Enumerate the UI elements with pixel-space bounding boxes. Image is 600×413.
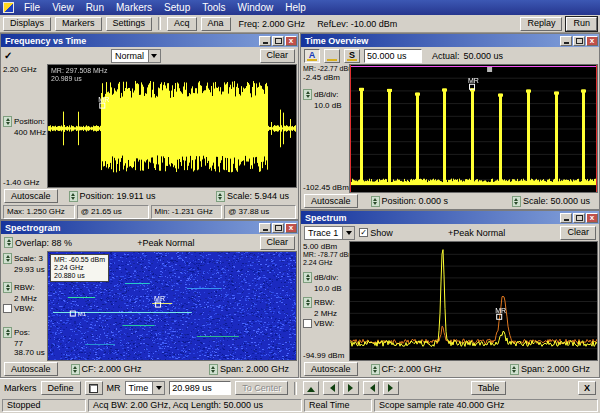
define-markers-button[interactable]: Define bbox=[41, 381, 81, 395]
increment-icon[interactable] bbox=[3, 327, 12, 338]
marker-select-button[interactable] bbox=[85, 381, 103, 395]
menu-view[interactable]: View bbox=[46, 1, 80, 14]
sp-clear-button[interactable]: Clear bbox=[560, 226, 596, 240]
sp-detection-select[interactable]: +Peak Normal bbox=[448, 228, 505, 238]
vbw-checkbox[interactable] bbox=[303, 319, 312, 328]
sg-clear-button[interactable]: Clear bbox=[260, 236, 296, 250]
marker-table-button[interactable]: Table bbox=[471, 381, 507, 395]
run-button[interactable]: Run bbox=[566, 17, 597, 31]
sp-autoscale-button[interactable]: Autoscale bbox=[304, 362, 358, 376]
sg-scale-control[interactable]: Scale: 3 bbox=[3, 253, 47, 264]
increment-icon[interactable] bbox=[303, 297, 312, 308]
sp-vbw-control[interactable]: VBW: bbox=[303, 319, 349, 328]
fvt-plot-area[interactable]: MR: 297.508 MHz 20.989 us bbox=[47, 64, 297, 188]
frequency-vs-time-titlebar[interactable]: Frequency vs Time x bbox=[1, 34, 298, 47]
minimize-button[interactable] bbox=[259, 223, 271, 233]
sp-span-control[interactable]: Span: 2.000 GHz bbox=[510, 364, 590, 375]
analysis-length-input[interactable] bbox=[364, 49, 422, 63]
sg-cf-control[interactable]: CF: 2.000 GHz bbox=[71, 364, 142, 375]
spectrogram-titlebar[interactable]: Spectrogram x bbox=[1, 221, 298, 234]
menu-setup[interactable]: Setup bbox=[158, 1, 196, 14]
sp-rbw-value[interactable]: 2 MHz bbox=[303, 309, 349, 318]
fvt-trace-mode-select[interactable]: Normal bbox=[111, 49, 161, 63]
sp-plot-area[interactable] bbox=[349, 241, 598, 361]
freq-readout[interactable]: Freq: 2.000 GHz bbox=[235, 19, 310, 29]
spectrum-trace-canvas[interactable] bbox=[350, 242, 597, 360]
menu-file[interactable]: File bbox=[18, 1, 46, 14]
sp-dbdiv-control[interactable]: dB/div: bbox=[303, 272, 349, 283]
increment-icon[interactable] bbox=[303, 272, 312, 283]
maximize-button[interactable] bbox=[272, 223, 284, 233]
increment-icon[interactable] bbox=[209, 364, 218, 375]
marker-domain-select[interactable]: Time bbox=[125, 381, 166, 395]
to-x-position-control[interactable]: Position: 0.000 s bbox=[371, 196, 449, 207]
next-peak-left-button[interactable] bbox=[323, 381, 339, 395]
acq-button[interactable]: Acq bbox=[167, 17, 197, 31]
increment-icon[interactable] bbox=[371, 364, 380, 375]
increment-icon[interactable] bbox=[3, 282, 12, 293]
analysis-length-button[interactable] bbox=[324, 49, 340, 63]
peak-search-button[interactable] bbox=[303, 381, 319, 395]
vbw-checkbox[interactable] bbox=[3, 304, 12, 313]
close-button[interactable]: x bbox=[586, 213, 598, 223]
menu-markers[interactable]: Markers bbox=[110, 1, 158, 14]
sg-vbw-control[interactable]: VBW: bbox=[3, 304, 47, 313]
menu-help[interactable]: Help bbox=[279, 1, 312, 14]
sg-span-control[interactable]: Span: 2.000 GHz bbox=[209, 364, 289, 375]
minimize-button[interactable] bbox=[259, 36, 271, 46]
frequency-vs-time-trace-canvas[interactable] bbox=[48, 65, 296, 187]
analysis-time-button[interactable]: A bbox=[304, 49, 320, 63]
fvt-position-value[interactable]: 400 MHz bbox=[3, 128, 47, 137]
sg-pos-control[interactable]: Pos: bbox=[3, 327, 47, 338]
show-checkbox[interactable]: ✓ bbox=[359, 228, 368, 237]
menu-tools[interactable]: Tools bbox=[196, 1, 231, 14]
ana-button[interactable]: Ana bbox=[201, 17, 231, 31]
jump-left-button[interactable] bbox=[363, 381, 379, 395]
to-center-button[interactable]: To Center bbox=[235, 381, 288, 395]
close-button[interactable]: x bbox=[285, 36, 297, 46]
time-overview-trace-canvas[interactable] bbox=[350, 65, 597, 192]
sg-overlap-control[interactable]: Overlap: 88 % bbox=[4, 237, 72, 248]
increment-icon[interactable] bbox=[71, 364, 80, 375]
trace-enabled-check-icon[interactable]: ✓ bbox=[4, 50, 12, 61]
increment-icon[interactable] bbox=[303, 89, 312, 100]
fvt-position-control[interactable]: Position: bbox=[3, 116, 47, 127]
menu-run[interactable]: Run bbox=[80, 1, 110, 14]
sg-detection-select[interactable]: +Peak Normal bbox=[137, 238, 194, 248]
increment-icon[interactable] bbox=[371, 196, 380, 207]
settings-button[interactable]: Settings bbox=[106, 17, 153, 31]
sp-rbw-control[interactable]: RBW: bbox=[303, 297, 349, 308]
markers-button[interactable]: Markers bbox=[55, 17, 102, 31]
spectrum-time-button[interactable]: S bbox=[344, 49, 360, 63]
displays-button[interactable]: Displays bbox=[3, 17, 51, 31]
time-overview-titlebar[interactable]: Time Overview x bbox=[301, 34, 599, 47]
next-peak-right-button[interactable] bbox=[343, 381, 359, 395]
to-dbdiv-value[interactable]: 10.0 dB bbox=[303, 101, 349, 110]
sg-rbw-control[interactable]: RBW: bbox=[3, 282, 47, 293]
maximize-button[interactable] bbox=[573, 213, 585, 223]
increment-icon[interactable] bbox=[3, 116, 12, 127]
minimize-button[interactable] bbox=[560, 36, 572, 46]
sp-cf-control[interactable]: CF: 2.000 GHz bbox=[371, 364, 442, 375]
to-x-scale-control[interactable]: Scale: 50.000 us bbox=[512, 196, 590, 207]
jump-right-button[interactable] bbox=[383, 381, 399, 395]
fvt-clear-button[interactable]: Clear bbox=[260, 49, 296, 63]
increment-icon[interactable] bbox=[4, 237, 13, 248]
to-dbdiv-control[interactable]: dB/div: bbox=[303, 89, 349, 100]
increment-icon[interactable] bbox=[510, 364, 519, 375]
fvt-autoscale-button[interactable]: Autoscale bbox=[4, 189, 58, 203]
fvt-x-position-control[interactable]: Position: 19.911 us bbox=[69, 191, 156, 202]
sg-rbw-value[interactable]: 2 MHz bbox=[3, 294, 47, 303]
maximize-button[interactable] bbox=[573, 36, 585, 46]
increment-icon[interactable] bbox=[69, 191, 78, 202]
to-autoscale-button[interactable]: Autoscale bbox=[304, 194, 358, 208]
replay-button[interactable]: Replay bbox=[520, 17, 562, 31]
fvt-x-scale-control[interactable]: Scale: 5.944 us bbox=[216, 191, 289, 202]
sg-plot-area[interactable]: MR: -60.55 dBm 2.24 GHz 20.880 us bbox=[47, 251, 297, 361]
maximize-button[interactable] bbox=[272, 36, 284, 46]
close-button[interactable]: x bbox=[586, 36, 598, 46]
reflev-readout[interactable]: RefLev: -10.00 dBm bbox=[313, 19, 401, 29]
markers-toolbar-close-button[interactable]: X bbox=[578, 381, 596, 395]
sp-show-control[interactable]: ✓ Show bbox=[359, 228, 393, 238]
menu-window[interactable]: Window bbox=[232, 1, 280, 14]
